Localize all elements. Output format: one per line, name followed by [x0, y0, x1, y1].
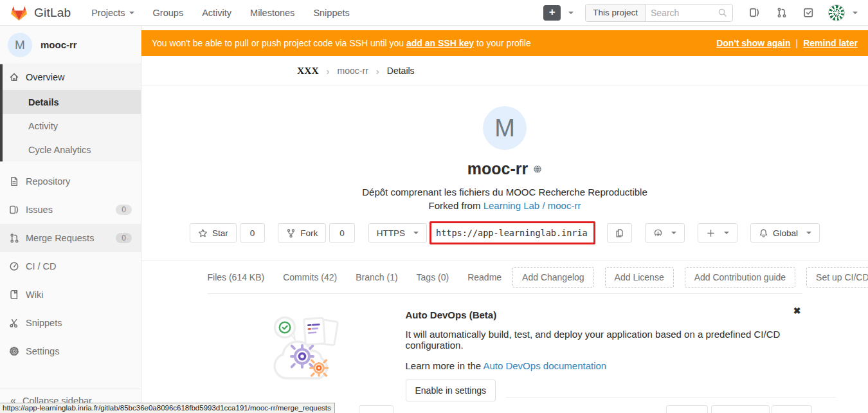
breadcrumb-separator: ›: [327, 66, 330, 77]
sidebar-item-overview[interactable]: Overview: [3, 64, 141, 90]
file-header-divider: [506, 397, 836, 398]
sidebar-section-overview: Overview Details Activity Cycle Analytic…: [0, 64, 141, 161]
brand-text: GitLab: [34, 6, 71, 20]
sidebar-item-label: Snippets: [26, 318, 62, 328]
breadcrumb-current: Details: [387, 66, 415, 76]
breadcrumb: XXX › mooc-rr › Details: [141, 56, 868, 86]
sidebar-item-ci-cd[interactable]: CI / CD: [0, 252, 141, 280]
add-ssh-key-link[interactable]: add an SSH key: [406, 38, 474, 48]
nav-projects[interactable]: Projects: [91, 8, 134, 18]
partial-button[interactable]: [359, 405, 393, 413]
fork-button[interactable]: Fork: [278, 223, 326, 243]
add-file-dropdown[interactable]: [698, 223, 737, 243]
todos-icon[interactable]: [803, 7, 814, 18]
star-group: Star 0: [190, 223, 265, 243]
tab-branch[interactable]: Branch (1): [356, 272, 397, 282]
sidebar-item-settings[interactable]: Settings: [0, 337, 141, 365]
document-icon: [9, 176, 19, 187]
mr-count-badge: 0: [116, 233, 132, 243]
search-scope-label[interactable]: This project: [586, 5, 646, 21]
project-description: Dépôt comprenant les fichiers du MOOC Re…: [141, 187, 868, 197]
topbar-right: + This project: [543, 4, 858, 22]
new-menu-dropdown[interactable]: +: [543, 5, 574, 21]
partial-button[interactable]: [711, 405, 770, 413]
partial-button[interactable]: [666, 405, 708, 413]
sidebar-item-merge-requests[interactable]: Merge Requests 0: [0, 224, 141, 252]
sidebar-item-label: Issues: [26, 205, 53, 215]
star-button[interactable]: Star: [190, 223, 237, 243]
sidebar-item-wiki[interactable]: Wiki: [0, 280, 141, 309]
nav-groups[interactable]: Groups: [153, 8, 184, 18]
sidebar-project-header[interactable]: M mooc-rr: [0, 26, 141, 64]
user-menu[interactable]: [828, 5, 858, 21]
search-group: This project: [585, 4, 733, 22]
download-dropdown[interactable]: [645, 223, 685, 243]
tab-files[interactable]: Files (614 KB): [208, 272, 265, 282]
project-avatar: M: [483, 106, 527, 150]
clone-url-input[interactable]: [431, 228, 593, 238]
chevron-down-icon: [671, 232, 676, 234]
chevron-down-icon: [413, 232, 419, 234]
auto-devops-callout: Auto DevOps (Beta) It will automatically…: [208, 294, 802, 401]
ssh-warning-banner: You won't be able to pull or push projec…: [141, 30, 868, 56]
sidebar-item-label: Wiki: [26, 289, 43, 300]
add-changelog-button[interactable]: Add Changelog: [512, 267, 594, 288]
project-actions-row: Star 0 Fork 0 HTTPS: [141, 221, 868, 244]
dont-show-again-link[interactable]: Don't show again: [716, 38, 790, 48]
breadcrumb-namespace[interactable]: XXX: [297, 65, 319, 77]
sidebar-item-snippets[interactable]: Snippets: [0, 309, 141, 337]
sidebar-item-cycle-analytics[interactable]: Cycle Analytics: [3, 138, 141, 161]
gitlab-window: GitLab Projects Groups Activity Mileston…: [0, 0, 868, 413]
add-license-button[interactable]: Add License: [605, 267, 674, 288]
user-avatar[interactable]: [828, 5, 845, 21]
sidebar-item-label: Settings: [26, 346, 59, 356]
star-count[interactable]: 0: [240, 223, 266, 243]
public-globe-icon: [533, 165, 542, 174]
search-input[interactable]: [651, 8, 718, 18]
top-nav-links: Projects Groups Activity Milestones Snip…: [91, 8, 350, 18]
breadcrumb-separator: ›: [376, 66, 379, 77]
fork-icon: [286, 228, 296, 238]
set-up-ci-cd-button[interactable]: Set up CI/CD: [806, 267, 868, 288]
copy-url-button[interactable]: [607, 223, 632, 243]
issues-icon: [9, 205, 19, 215]
merge-request-icon[interactable]: [776, 7, 787, 18]
status-url-tooltip: https://app-learninglab.inria.fr/gitlab/…: [0, 403, 335, 413]
sidebar-item-details[interactable]: Details: [3, 90, 141, 114]
partial-button[interactable]: [772, 405, 812, 413]
nav-activity[interactable]: Activity: [202, 8, 231, 18]
close-icon[interactable]: ✖: [793, 306, 801, 316]
plus-icon[interactable]: +: [543, 5, 561, 21]
auto-devops-doc-link[interactable]: Auto DevOps documentation: [483, 360, 606, 371]
sidebar-item-label: CI / CD: [26, 261, 57, 271]
book-icon: [9, 289, 19, 300]
tab-commits[interactable]: Commits (42): [283, 272, 337, 282]
sidebar-item-issues[interactable]: Issues 0: [0, 196, 141, 224]
breadcrumb-project[interactable]: mooc-rr: [338, 66, 368, 76]
clone-protocol-dropdown[interactable]: HTTPS: [368, 223, 427, 243]
plus-icon: [706, 228, 716, 238]
project-stats-bar: Files (614 KB) Commits (42) Branch (1) T…: [208, 261, 802, 294]
chevron-down-icon: [806, 232, 811, 234]
sidebar-item-label: Overview: [26, 72, 64, 82]
fork-count[interactable]: 0: [329, 223, 355, 243]
remind-later-link[interactable]: Remind later: [803, 38, 858, 48]
sidebar-item-label: Repository: [26, 176, 70, 187]
tab-tags[interactable]: Tags (0): [417, 272, 449, 282]
sidebar-item-activity[interactable]: Activity: [3, 114, 141, 138]
sidebar-item-repository[interactable]: Repository: [0, 167, 141, 196]
nav-milestones[interactable]: Milestones: [250, 8, 294, 18]
chevron-down-icon: [129, 12, 134, 14]
tab-readme[interactable]: Readme: [467, 272, 502, 282]
download-icon: [653, 228, 663, 238]
auto-devops-body: Auto DevOps (Beta) It will automatically…: [406, 302, 802, 401]
forked-from-link[interactable]: Learning Lab / mooc-rr: [484, 200, 581, 211]
enable-in-settings-button[interactable]: Enable in settings: [406, 380, 496, 401]
banner-actions: Don't show again | Remind later: [716, 38, 858, 48]
gitlab-logo[interactable]: GitLab: [10, 5, 71, 21]
issues-icon[interactable]: [749, 7, 760, 18]
scissors-icon: [9, 318, 19, 328]
nav-snippets[interactable]: Snippets: [313, 8, 349, 18]
notification-dropdown[interactable]: Global: [750, 223, 820, 243]
add-contribution-guide-button[interactable]: Add Contribution guide: [685, 267, 795, 288]
